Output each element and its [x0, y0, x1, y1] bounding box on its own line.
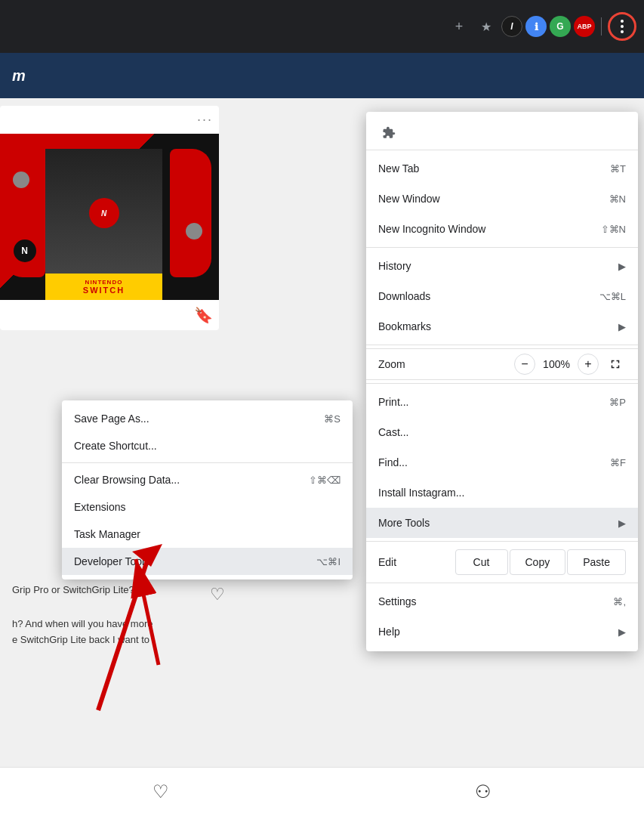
paste-button[interactable]: Paste	[567, 549, 626, 575]
menu-item-more-tools[interactable]: More Tools ▶	[366, 508, 638, 538]
right-analog-stick	[186, 223, 202, 240]
menu-divider-5	[366, 541, 638, 542]
menu-item-print[interactable]: Print... ⌘P	[366, 387, 638, 417]
extensions-puzzle-row	[366, 116, 638, 147]
menu-item-find[interactable]: Find... ⌘F	[366, 447, 638, 478]
submenu-item-save-page[interactable]: Save Page As... ⌘S	[62, 405, 353, 432]
add-tab-icon[interactable]: +	[447, 14, 471, 39]
browser-top-bar: + ★ I ℹ G ABP	[0, 0, 644, 53]
card-header: ···	[0, 106, 219, 134]
post-image: N N NINTENDO SWITCH	[0, 134, 219, 300]
zoom-in-button[interactable]: +	[578, 354, 599, 375]
chrome-menu-button[interactable]	[608, 12, 636, 41]
submenu-item-developer-tools[interactable]: Developer Tools ⌥⌘I	[62, 548, 353, 575]
menu-item-bookmarks[interactable]: Bookmarks ▶	[366, 311, 638, 342]
zoom-controls: − 100% +	[514, 354, 626, 375]
bottom-profile-icon[interactable]: ⚇	[475, 781, 491, 802]
left-joycon: N	[4, 149, 45, 277]
like-icon-2[interactable]: ♡	[210, 585, 225, 604]
comment-3: e SwitchGrip Lite back I want to	[12, 634, 199, 645]
menu-item-settings[interactable]: Settings ⌘,	[366, 586, 638, 617]
menu-divider-4	[366, 383, 638, 384]
cut-button[interactable]: Cut	[455, 549, 508, 575]
comment-2: h? And when will you have more	[12, 618, 199, 629]
more-tools-submenu: Save Page As... ⌘S Create Shortcut... Cl…	[62, 400, 353, 580]
menu-divider-6	[366, 583, 638, 583]
ext-g-icon[interactable]: G	[550, 16, 571, 37]
menu-divider-3	[366, 345, 638, 345]
left-analog-stick	[13, 172, 29, 188]
bottom-navigation: ♡ ⚇	[0, 767, 644, 816]
site-logo: m	[12, 67, 26, 85]
zoom-label: Zoom	[378, 358, 405, 370]
menu-item-history[interactable]: History ▶	[366, 251, 638, 281]
comments-area: Grip Pro or SwitchGrip Lite? h? And when…	[0, 584, 211, 650]
menu-item-help[interactable]: Help ▶	[366, 617, 638, 647]
zoom-value: 100%	[541, 358, 572, 370]
switch-brand-bar: NINTENDO SWITCH	[45, 274, 162, 300]
card-footer: 🔖	[0, 300, 219, 330]
arrow-right-icon-4: ▶	[618, 626, 626, 638]
menu-divider-2	[366, 247, 638, 248]
zoom-out-button[interactable]: −	[514, 354, 535, 375]
bookmark-icon[interactable]: ★	[474, 14, 498, 39]
menu-dot	[621, 20, 624, 23]
submenu-item-create-shortcut[interactable]: Create Shortcut...	[62, 432, 353, 459]
fullscreen-button[interactable]	[605, 354, 626, 375]
extensions-puzzle-icon[interactable]	[378, 122, 399, 144]
toolbar-icons: + ★ I ℹ G ABP	[447, 12, 636, 41]
arrow-right-icon-2: ▶	[618, 321, 626, 332]
submenu-item-clear-data[interactable]: Clear Browsing Data... ⇧⌘⌫	[62, 466, 353, 493]
edit-row: Edit Cut Copy Paste	[366, 545, 638, 580]
copy-button[interactable]: Copy	[510, 549, 566, 575]
edit-buttons: Cut Copy Paste	[455, 549, 627, 575]
right-joycon	[170, 149, 211, 277]
menu-divider-1	[366, 150, 638, 150]
menu-item-downloads[interactable]: Downloads ⌥⌘L	[366, 281, 638, 311]
more-options-icon[interactable]: ···	[197, 112, 213, 128]
page-background: m ··· N N	[0, 53, 644, 816]
zoom-row: Zoom − 100% +	[366, 348, 638, 380]
menu-item-cast[interactable]: Cast...	[366, 417, 638, 447]
menu-item-install-instagram[interactable]: Install Instagram...	[366, 478, 638, 508]
ext-abp-icon[interactable]: ABP	[574, 16, 595, 37]
menu-dot	[621, 30, 624, 33]
bottom-heart-icon[interactable]: ♡	[153, 781, 169, 802]
menu-item-new-tab[interactable]: New Tab ⌘T	[366, 153, 638, 184]
submenu-item-task-manager[interactable]: Task Manager	[62, 521, 353, 548]
arrow-right-icon-3: ▶	[618, 518, 626, 529]
menu-item-new-window[interactable]: New Window ⌘N	[366, 184, 638, 214]
submenu-divider	[62, 462, 353, 463]
ext-info-icon[interactable]: ℹ	[525, 16, 547, 37]
save-post-icon[interactable]: 🔖	[194, 306, 213, 324]
page-header: m	[0, 53, 644, 98]
switch-screen: N	[45, 149, 162, 277]
menu-dot	[621, 25, 624, 28]
comment-1: Grip Pro or SwitchGrip Lite?	[12, 584, 199, 595]
post-card: ··· N N	[0, 106, 219, 330]
toolbar-separator	[601, 17, 602, 36]
edit-label: Edit	[378, 556, 408, 568]
menu-item-new-incognito[interactable]: New Incognito Window ⇧⌘N	[366, 214, 638, 244]
submenu-item-extensions[interactable]: Extensions	[62, 493, 353, 521]
arrow-right-icon: ▶	[618, 261, 626, 272]
ext-i-icon[interactable]: I	[501, 16, 522, 37]
chrome-context-menu: New Tab ⌘T New Window ⌘N New Incognito W…	[366, 112, 638, 651]
